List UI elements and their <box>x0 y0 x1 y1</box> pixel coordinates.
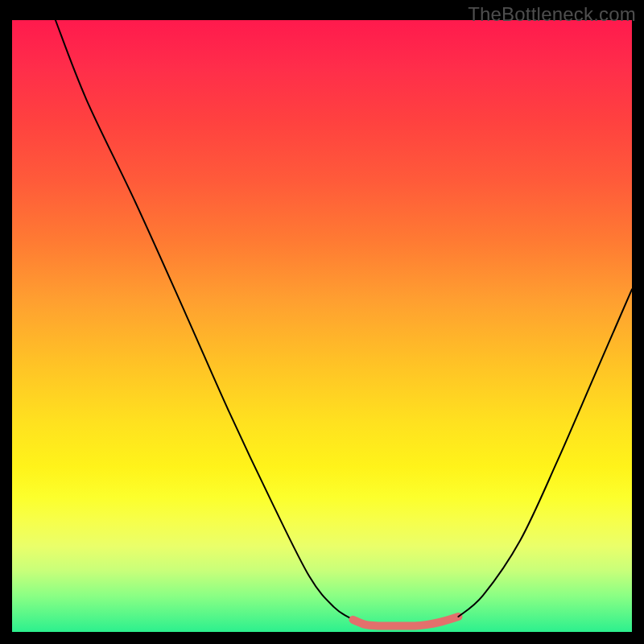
chart-stage: TheBottleneck.com <box>0 0 644 644</box>
chart-curves-svg <box>12 20 632 632</box>
curve-group <box>56 20 632 626</box>
watermark-text: TheBottleneck.com <box>468 3 636 26</box>
series-right-branch <box>458 289 632 617</box>
series-valley-floor <box>353 617 459 626</box>
series-left-branch <box>56 20 353 620</box>
